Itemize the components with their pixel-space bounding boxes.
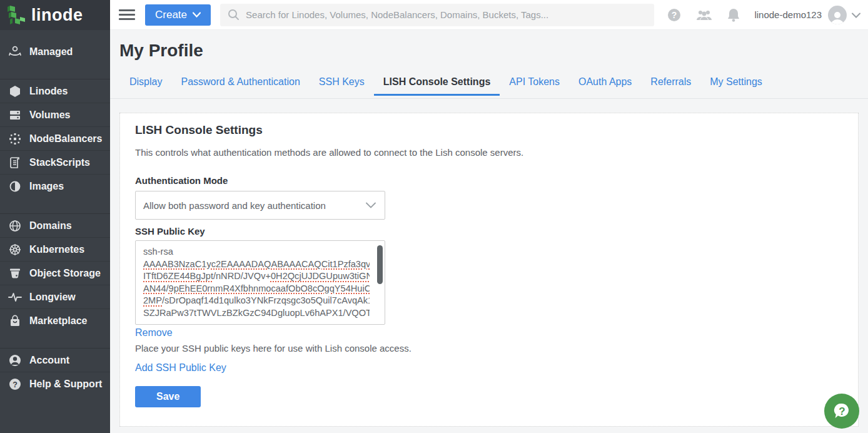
auth-mode-label: Authentication Mode bbox=[135, 175, 843, 186]
logo-text: linode bbox=[31, 6, 83, 25]
help-chat-button[interactable]: ? bbox=[824, 394, 859, 429]
sidebar-item-label: Images bbox=[29, 181, 64, 192]
ssh-key-line: AAAAB3NzaC1yc2EAAAADAQABAAACAQCit1Pzfa3q… bbox=[143, 258, 370, 271]
sidebar-item-linodes[interactable]: Linodes bbox=[0, 79, 110, 103]
topbar: Create ? linode-demo123 bbox=[110, 0, 868, 30]
tab-oauth-apps[interactable]: OAuth Apps bbox=[578, 76, 632, 96]
object-storage-icon bbox=[8, 267, 22, 280]
tab-lish-console-settings[interactable]: LISH Console Settings bbox=[374, 76, 500, 96]
tab-display[interactable]: Display bbox=[129, 76, 162, 96]
sidebar-nav: ManagedLinodesVolumesNodeBalancersStackS… bbox=[0, 30, 110, 396]
add-ssh-public-key-link[interactable]: Add SSH Public Key bbox=[135, 362, 226, 374]
community-icon[interactable] bbox=[695, 8, 713, 22]
create-button[interactable]: Create bbox=[145, 4, 211, 26]
menu-icon[interactable] bbox=[119, 7, 135, 23]
sidebar-group: DomainsKubernetesObject StorageLongviewM… bbox=[0, 213, 110, 333]
stackscripts-icon bbox=[8, 156, 22, 170]
ssh-key-helper-text: Place your SSH public keys here for use … bbox=[135, 343, 843, 354]
username[interactable]: linode-demo123 bbox=[754, 9, 822, 20]
sidebar-item-label: Managed bbox=[29, 46, 73, 58]
sidebar-item-label: Account bbox=[29, 355, 69, 366]
sidebar: linode ManagedLinodesVolumesNodeBalancer… bbox=[0, 0, 110, 433]
lish-console-settings-panel: LISH Console Settings This controls what… bbox=[119, 113, 859, 427]
sidebar-item-stackscripts[interactable]: StackScripts bbox=[0, 151, 110, 175]
auth-mode-value: Allow both password and key authenticati… bbox=[143, 200, 366, 211]
account-icon bbox=[8, 354, 22, 367]
nodebalancers-icon bbox=[8, 132, 22, 146]
page-title: My Profile bbox=[110, 30, 868, 61]
panel-title: LISH Console Settings bbox=[135, 123, 843, 137]
search-icon bbox=[228, 9, 240, 21]
marketplace-icon bbox=[8, 314, 22, 328]
sidebar-item-domains[interactable]: Domains bbox=[0, 214, 110, 238]
sidebar-item-label: Marketplace bbox=[29, 315, 88, 327]
create-button-label: Create bbox=[155, 9, 187, 21]
tab-ssh-keys[interactable]: SSH Keys bbox=[319, 76, 365, 96]
volumes-icon bbox=[8, 108, 22, 122]
sidebar-item-marketplace[interactable]: Marketplace bbox=[0, 309, 110, 333]
sidebar-item-label: Help & Support bbox=[29, 379, 102, 390]
linode-cubes-icon bbox=[6, 4, 26, 26]
search-bar[interactable] bbox=[220, 4, 654, 26]
sidebar-item-longview[interactable]: Longview bbox=[0, 285, 110, 309]
ssh-public-key-textarea[interactable]: ssh-rsaAAAAB3NzaC1yc2EAAAADAQABAAACAQCit… bbox=[135, 240, 385, 325]
panel-description: This controls what authentication method… bbox=[135, 147, 843, 158]
svg-text:?: ? bbox=[839, 405, 845, 417]
kubernetes-icon bbox=[8, 243, 22, 257]
sidebar-item-kubernetes[interactable]: Kubernetes bbox=[0, 238, 110, 262]
sidebar-item-label: Volumes bbox=[29, 110, 71, 121]
remove-ssh-key-link[interactable]: Remove bbox=[135, 327, 173, 339]
svg-text:?: ? bbox=[13, 380, 18, 389]
sidebar-item-account[interactable]: Account bbox=[0, 349, 110, 372]
tab-referrals[interactable]: Referrals bbox=[650, 76, 691, 96]
tab-api-tokens[interactable]: API Tokens bbox=[509, 76, 560, 96]
sidebar-item-label: Linodes bbox=[29, 86, 68, 97]
svg-text:?: ? bbox=[672, 10, 677, 20]
main-content: My Profile DisplayPassword & Authenticat… bbox=[110, 30, 868, 433]
chevron-down-icon bbox=[193, 12, 201, 18]
search-input[interactable] bbox=[246, 9, 647, 20]
sidebar-item-managed[interactable]: Managed bbox=[0, 40, 110, 64]
sidebar-group: Managed bbox=[0, 40, 110, 64]
tab-my-settings[interactable]: My Settings bbox=[710, 76, 762, 96]
sidebar-item-label: Object Storage bbox=[29, 268, 101, 279]
sidebar-item-label: Longview bbox=[29, 292, 76, 303]
sidebar-item-label: StackScripts bbox=[29, 157, 90, 168]
ssh-key-line: SZJRaPw37tTWVLzBZkGzC94DgluopLv6hAPX1/VQ… bbox=[143, 307, 370, 320]
save-button[interactable]: Save bbox=[135, 386, 201, 407]
textarea-scrollbar[interactable] bbox=[377, 245, 383, 284]
chevron-down-icon bbox=[366, 202, 376, 208]
images-icon bbox=[8, 180, 22, 193]
ssh-key-line: ITftD6ZE44BgJpt/nNRD/JVQv+0H2QcjUJDGUpuw… bbox=[143, 270, 370, 283]
logo[interactable]: linode bbox=[0, 0, 110, 30]
sidebar-item-images[interactable]: Images bbox=[0, 175, 110, 198]
sidebar-item-nodebalancers[interactable]: NodeBalancers bbox=[0, 127, 110, 151]
sidebar-item-label: Domains bbox=[29, 220, 72, 232]
sidebar-group: LinodesVolumesNodeBalancersStackScriptsI… bbox=[0, 79, 110, 198]
domains-icon bbox=[8, 219, 22, 233]
tab-password-authentication[interactable]: Password & Authentication bbox=[181, 76, 300, 96]
linodes-icon bbox=[8, 84, 22, 98]
auth-mode-select[interactable]: Allow both password and key authenticati… bbox=[135, 191, 385, 220]
help-chat-icon: ? bbox=[831, 400, 852, 422]
avatar[interactable] bbox=[828, 6, 847, 24]
help-icon: ? bbox=[8, 377, 22, 391]
sidebar-item-label: NodeBalancers bbox=[29, 133, 103, 145]
ssh-key-line: 2MP/sDrOpaqf14d1qulko3YNkFrzqsgc3o5Quil7… bbox=[143, 295, 370, 307]
managed-icon bbox=[8, 45, 22, 59]
notifications-icon[interactable] bbox=[727, 8, 740, 23]
help-icon[interactable]: ? bbox=[667, 8, 682, 23]
sidebar-group: Account?Help & Support bbox=[0, 348, 110, 396]
sidebar-item-volumes[interactable]: Volumes bbox=[0, 103, 110, 127]
sidebar-item-help-support[interactable]: ?Help & Support bbox=[0, 372, 110, 396]
longview-icon bbox=[8, 290, 22, 304]
ssh-key-label: SSH Public Key bbox=[135, 226, 843, 237]
ssh-key-line: AN44/9pEhEE0rnmR4XfbhnmocaafObO8cOgqY54H… bbox=[143, 283, 370, 295]
ssh-key-line: ssh-rsa bbox=[143, 246, 370, 258]
sidebar-item-object-storage[interactable]: Object Storage bbox=[0, 262, 110, 285]
chevron-down-icon[interactable] bbox=[852, 9, 860, 21]
profile-tabs: DisplayPassword & AuthenticationSSH Keys… bbox=[110, 76, 868, 99]
sidebar-item-label: Kubernetes bbox=[29, 244, 84, 255]
